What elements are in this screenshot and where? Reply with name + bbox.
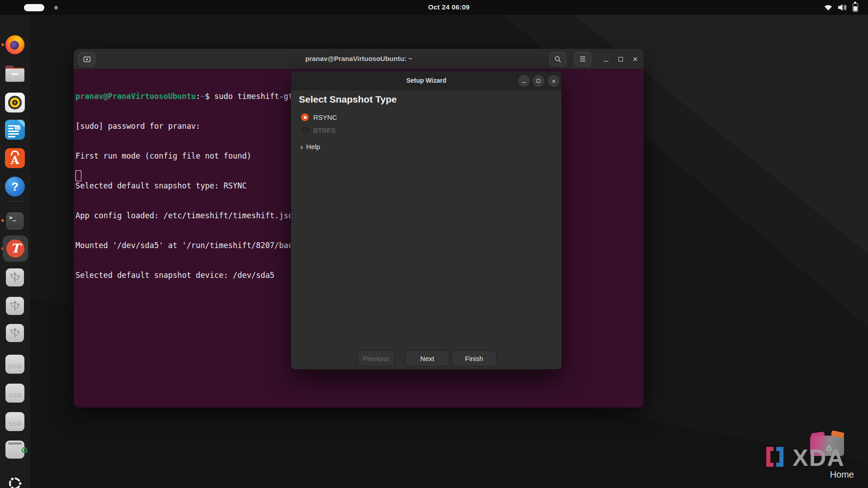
terminal-menu-button[interactable]: ☰ bbox=[574, 52, 591, 66]
terminal-cursor bbox=[75, 170, 81, 181]
timeshift-focused-highlight: T bbox=[3, 235, 28, 262]
ubuntu-logo-icon bbox=[7, 475, 23, 488]
chevron-right-icon: › bbox=[300, 143, 303, 150]
dock-item-show-apps[interactable] bbox=[7, 475, 23, 488]
status-area[interactable] bbox=[824, 0, 858, 15]
files-icon bbox=[5, 66, 24, 82]
finish-button[interactable]: Finish bbox=[452, 351, 496, 366]
usb-drive-icon bbox=[6, 324, 24, 342]
volume-icon bbox=[838, 4, 847, 11]
dock-item-usb-drive[interactable] bbox=[6, 268, 24, 286]
terminal-minimize-button[interactable] bbox=[600, 54, 611, 65]
wizard-maximize-button[interactable] bbox=[533, 75, 544, 87]
terminal-search-button[interactable] bbox=[549, 52, 566, 66]
setup-wizard-dialog: Setup Wizard × Select Snapshot Type RSYN… bbox=[291, 71, 562, 370]
help-icon: ? bbox=[5, 177, 25, 197]
dock-item-trash[interactable]: ♻ bbox=[5, 441, 24, 459]
running-indicator bbox=[1, 43, 4, 46]
terminal-icon: >_ bbox=[6, 212, 24, 230]
top-bar: Oct 24 06:09 bbox=[0, 0, 868, 15]
terminal-close-button[interactable]: × bbox=[630, 54, 641, 65]
dock-divider bbox=[7, 201, 24, 202]
battery-icon bbox=[853, 3, 858, 12]
minimize-icon bbox=[522, 82, 526, 83]
radio-disabled-icon bbox=[301, 127, 309, 134]
dock: A ? >_ T SSD SSD SSD ♻ bbox=[0, 15, 30, 488]
rhythmbox-icon bbox=[5, 93, 25, 113]
search-icon bbox=[554, 56, 561, 63]
app-center-icon: A bbox=[5, 148, 25, 168]
dock-item-files[interactable] bbox=[5, 66, 24, 82]
dock-item-timeshift[interactable]: T bbox=[3, 235, 28, 262]
usb-drive-icon bbox=[6, 268, 24, 286]
dock-item-usb-drive[interactable] bbox=[6, 297, 24, 315]
hamburger-icon: ☰ bbox=[580, 55, 585, 63]
wifi-icon bbox=[824, 5, 832, 11]
radio-option-btrfs: BTRFS bbox=[301, 127, 335, 134]
maximize-icon bbox=[618, 57, 623, 61]
close-icon: × bbox=[552, 77, 556, 85]
previous-button: Previous bbox=[358, 351, 395, 366]
firefox-icon bbox=[5, 35, 24, 54]
dock-item-rhythmbox[interactable] bbox=[5, 93, 25, 113]
trash-icon: ♻ bbox=[5, 441, 24, 459]
maximize-icon bbox=[537, 79, 540, 83]
xda-logo-text: XDA bbox=[793, 444, 845, 471]
clock[interactable]: Oct 24 06:09 bbox=[428, 3, 470, 11]
wizard-minimize-button[interactable] bbox=[518, 75, 530, 87]
dock-item-ssd-drive[interactable]: SSD bbox=[5, 412, 24, 431]
radio-selected-icon bbox=[301, 113, 309, 121]
libreoffice-writer-icon bbox=[5, 120, 25, 140]
help-label: Help bbox=[306, 143, 320, 150]
workspace-indicator-active[interactable] bbox=[24, 4, 44, 11]
ssd-drive-icon: SSD bbox=[5, 384, 24, 403]
wizard-header-bar[interactable]: Setup Wizard × bbox=[291, 71, 561, 90]
dock-item-app-center[interactable]: A bbox=[5, 148, 25, 168]
radio-label: RSYNC bbox=[313, 113, 337, 121]
wizard-close-button[interactable]: × bbox=[548, 75, 560, 87]
next-button[interactable]: Next bbox=[405, 351, 449, 366]
workspace-indicator-dot[interactable] bbox=[54, 6, 58, 9]
xda-caption: Home bbox=[830, 469, 854, 480]
close-icon: × bbox=[633, 55, 638, 64]
timeshift-icon: T bbox=[6, 239, 24, 258]
dock-item-ssd-drive[interactable]: SSD bbox=[5, 384, 24, 403]
terminal-header-bar[interactable]: pranav@PranaVirtuosoUbuntu: ~ ☰ × bbox=[74, 49, 644, 69]
help-expander[interactable]: › Help bbox=[300, 143, 320, 150]
minimize-icon bbox=[604, 61, 609, 61]
running-indicator bbox=[1, 219, 4, 222]
wizard-heading: Select Snapshot Type bbox=[299, 94, 397, 105]
dock-item-usb-drive[interactable] bbox=[6, 324, 24, 342]
usb-drive-icon bbox=[6, 297, 24, 315]
dock-item-help[interactable]: ? bbox=[5, 177, 25, 197]
radio-option-rsync[interactable]: RSYNC bbox=[301, 113, 337, 121]
dock-item-terminal[interactable]: >_ bbox=[6, 212, 24, 230]
radio-label: BTRFS bbox=[313, 127, 335, 134]
ssd-drive-icon: SSD bbox=[5, 412, 24, 431]
dock-item-firefox[interactable] bbox=[5, 35, 24, 54]
dock-item-ssd-drive[interactable]: SSD bbox=[5, 355, 24, 374]
xda-brackets-icon bbox=[766, 447, 783, 469]
dock-item-libreoffice-writer[interactable] bbox=[5, 120, 25, 140]
terminal-maximize-button[interactable] bbox=[615, 54, 626, 65]
ssd-drive-icon: SSD bbox=[5, 355, 24, 374]
xda-watermark: ⌂ XDA Home bbox=[766, 432, 857, 480]
